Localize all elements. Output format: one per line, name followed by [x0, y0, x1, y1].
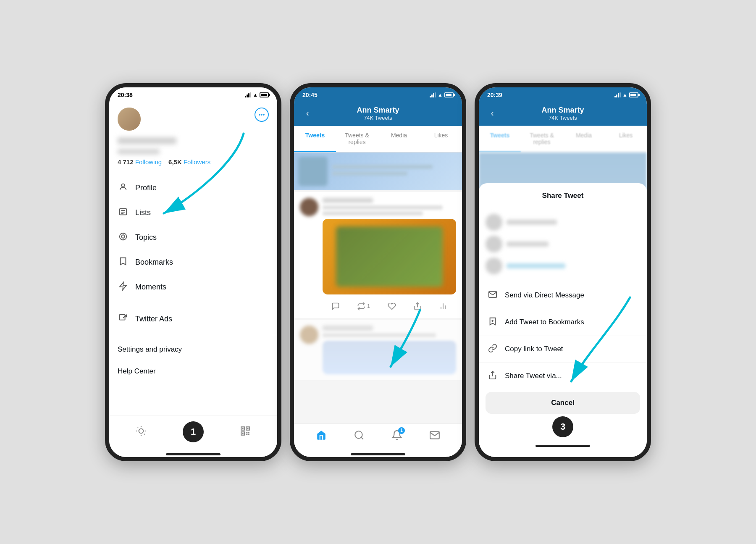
person-icon [118, 182, 129, 194]
header-sub-3: 74K Tweets [506, 115, 620, 121]
menu-item-twitter-ads[interactable]: Twitter Ads [109, 307, 277, 331]
menu-item-moments[interactable]: Moments [109, 275, 277, 300]
time-1: 20:38 [118, 92, 133, 98]
lists-label: Lists [135, 208, 151, 217]
notifications-nav[interactable]: 1 [391, 430, 402, 442]
list-icon [118, 207, 129, 218]
bookmark-add-icon [487, 317, 498, 328]
tab-tweets-2[interactable]: Tweets [294, 126, 336, 152]
settings-label: Settings and privacy [118, 345, 182, 354]
analytics-action[interactable] [439, 302, 447, 310]
search-nav-icon[interactable] [354, 430, 365, 442]
svg-marker-9 [120, 282, 127, 289]
menu-item-settings[interactable]: Settings and privacy [109, 339, 277, 360]
header-info-3: Ann Smarty 74K Tweets [506, 106, 620, 121]
svg-rect-26 [246, 432, 247, 433]
signal-icon-2 [430, 92, 436, 97]
menu-item-topics[interactable]: Topics [109, 225, 277, 250]
share-option-copy-link[interactable]: Copy link to Tweet [479, 336, 647, 363]
status-bar-1: 20:38 ▲ [109, 87, 277, 101]
profile-tabs-3: Tweets Tweets & replies Media Likes [479, 126, 647, 152]
screen1-content: ••• 4 712 Following 6,5K Followers [109, 101, 277, 457]
header-info-2: Ann Smarty 74K Tweets [321, 106, 435, 121]
wifi-icon-3: ▲ [622, 92, 627, 98]
tweet-text-3 [323, 333, 436, 337]
share-action[interactable] [413, 302, 422, 310]
bookmarks-label: Bookmarks [135, 258, 173, 267]
theme-icon[interactable] [136, 426, 147, 438]
moments-label: Moments [135, 283, 166, 292]
more-options-button[interactable]: ••• [255, 108, 269, 122]
screen3-header: ‹ Ann Smarty 74K Tweets [479, 101, 647, 126]
tweet-card-1: 1 [294, 192, 462, 318]
tab-media-2[interactable]: Media [378, 126, 420, 152]
share-sheet: Share Tweet [479, 183, 647, 457]
svg-line-15 [138, 427, 139, 428]
dm-name-2 [507, 242, 549, 247]
copy-link-option-label: Copy link to Tweet [505, 345, 563, 353]
svg-line-16 [144, 434, 145, 434]
dm-avatar-3 [486, 258, 502, 274]
profile-tabs-2: Tweets Tweets & replies Media Likes [294, 126, 462, 152]
svg-rect-27 [248, 434, 249, 435]
menu-divider-1 [109, 303, 277, 303]
tab-replies-2[interactable]: Tweets & replies [336, 126, 378, 152]
share-via-icon [487, 371, 498, 382]
topics-icon [118, 232, 129, 243]
like-action[interactable] [388, 302, 396, 310]
share-options: Send via Direct Message Add Tweet to Boo… [479, 282, 647, 389]
svg-point-0 [121, 184, 124, 187]
header-sub-2: 74K Tweets [321, 115, 435, 121]
comment-action[interactable] [331, 302, 340, 310]
twitter-ads-label: Twitter Ads [135, 315, 172, 323]
tab-replies-3: Tweets & replies [521, 126, 563, 152]
wifi-icon-1: ▲ [253, 92, 258, 98]
menu-item-help[interactable]: Help Center [109, 360, 277, 382]
svg-point-35 [355, 431, 362, 438]
bookmark-option-label: Add Tweet to Bookmarks [505, 318, 584, 326]
user-handle-blur [118, 149, 160, 154]
svg-rect-23 [247, 428, 248, 429]
tweet-name-2 [323, 326, 373, 331]
signal-icon-3 [614, 92, 621, 97]
dm-option-label: Send via Direct Message [505, 291, 584, 300]
home-bar-3 [536, 445, 590, 447]
menu-item-profile[interactable]: Profile [109, 176, 277, 200]
tweet-image-1 [323, 219, 456, 294]
tab-likes-2[interactable]: Likes [420, 126, 462, 152]
back-button-3[interactable]: ‹ [486, 107, 499, 120]
menu-item-bookmarks[interactable]: Bookmarks [109, 250, 277, 275]
banner-text [332, 165, 458, 178]
dm-contact-2 [486, 233, 640, 255]
home-nav-icon[interactable] [316, 430, 327, 442]
back-chevron-2: ‹ [306, 108, 309, 118]
home-bar-1 [166, 453, 220, 455]
status-bar-3: 20:39 ▲ [479, 87, 647, 101]
share-option-dm[interactable]: Send via Direct Message [479, 282, 647, 309]
avatar [118, 108, 141, 131]
dm-avatar-2 [486, 236, 502, 252]
svg-point-12 [139, 428, 144, 433]
dm-contact-1 [486, 211, 640, 233]
retweet-action[interactable]: 1 [357, 302, 370, 310]
share-option-bookmark[interactable]: Add Tweet to Bookmarks [479, 309, 647, 336]
topics-label: Topics [135, 233, 157, 242]
status-icons-3: ▲ [614, 92, 638, 98]
cancel-button[interactable]: Cancel [486, 392, 640, 414]
profile-header: ••• [118, 108, 269, 131]
time-2: 20:45 [302, 92, 318, 98]
external-icon [118, 313, 129, 325]
svg-rect-29 [248, 432, 249, 433]
tab-media-3: Media [563, 126, 605, 152]
phone-1: 20:38 ▲ [105, 83, 281, 461]
share-option-share-via[interactable]: Share Tweet via... [479, 363, 647, 389]
menu-item-lists[interactable]: Lists [109, 200, 277, 225]
qr-icon[interactable] [240, 426, 251, 438]
banner-area [294, 152, 462, 190]
messages-nav-icon[interactable] [429, 430, 440, 442]
screen2-header: ‹ Ann Smarty 74K Tweets [294, 101, 462, 126]
tweet-avatar-1 [300, 198, 318, 216]
bottom-bar-1: 1 [109, 415, 277, 450]
back-button-2[interactable]: ‹ [301, 107, 314, 120]
bolt-icon [118, 281, 129, 293]
